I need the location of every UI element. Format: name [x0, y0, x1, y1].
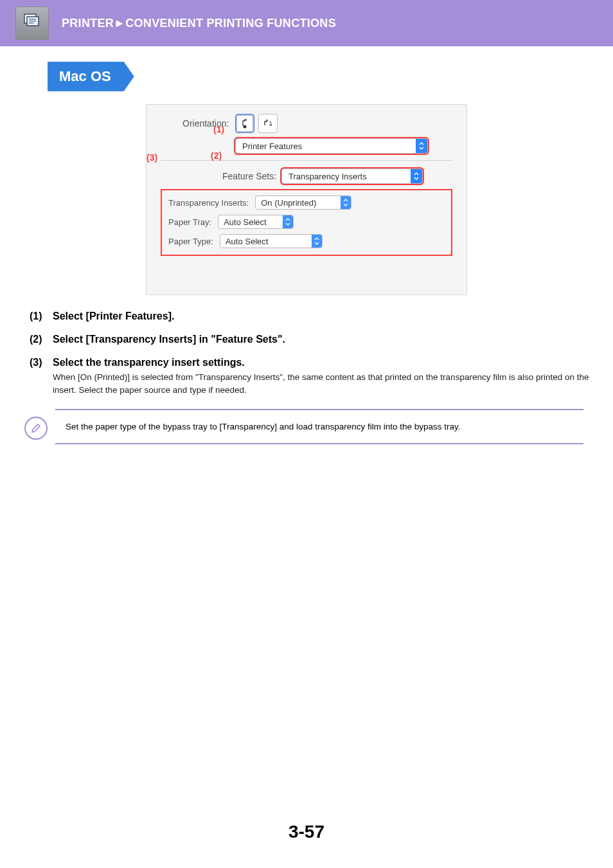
step-description: When [On (Printed)] is selected from "Tr… — [53, 371, 590, 396]
transparency-inserts-select[interactable]: On (Unprinted) — [255, 195, 351, 210]
list-item: (3) Select the transparency insert setti… — [30, 357, 590, 396]
note-text: Set the paper type of the bypass tray to… — [66, 422, 461, 431]
chevron-updown-icon — [283, 215, 293, 228]
step-number: (1) — [30, 311, 53, 325]
breadcrumb-section: PRINTER — [62, 17, 114, 30]
paper-type-select[interactable]: Auto Select — [220, 234, 323, 248]
orientation-label: Orientation: — [182, 118, 229, 129]
main-panel-select[interactable]: Printer Features — [235, 138, 428, 154]
instruction-list: (1) Select [Printer Features]. (2) Selec… — [30, 311, 590, 396]
chevron-updown-icon — [341, 196, 351, 209]
paper-tray-value: Auto Select — [224, 217, 283, 227]
step-number: (2) — [30, 334, 53, 348]
os-heading: Mac OS — [48, 62, 124, 91]
callout-3: (3) — [147, 152, 157, 163]
chevron-updown-icon — [416, 139, 427, 153]
svg-point-6 — [270, 122, 271, 123]
feature-sets-value: Transparency Inserts — [289, 172, 411, 181]
callout-2: (2) — [211, 150, 222, 161]
breadcrumb: PRINTER►CONVENIENT PRINTING FUNCTIONS — [62, 17, 336, 30]
paper-type-value: Auto Select — [226, 237, 312, 246]
orientation-portrait-button[interactable] — [235, 114, 254, 133]
list-item: (2) Select [Transparency Inserts] in "Fe… — [30, 334, 590, 348]
step-title: Select [Transparency Inserts] in "Featur… — [53, 334, 590, 345]
transparency-inserts-value: On (Unprinted) — [261, 198, 341, 208]
svg-point-5 — [244, 125, 247, 129]
main-panel-select-label: Printer Features — [242, 141, 416, 151]
step-title: Select [Printer Features]. — [53, 311, 590, 322]
feature-sets-select[interactable]: Transparency Inserts — [281, 168, 423, 184]
list-item: (1) Select [Printer Features]. — [30, 311, 590, 325]
chevron-updown-icon — [312, 235, 322, 248]
svg-line-7 — [32, 431, 35, 432]
paper-tray-label: Paper Tray: — [168, 217, 211, 227]
divider — [161, 160, 452, 161]
orientation-landscape-button[interactable] — [258, 114, 278, 133]
breadcrumb-sub: CONVENIENT PRINTING FUNCTIONS — [125, 17, 336, 30]
page-number: 3-57 — [0, 822, 613, 842]
breadcrumb-sep: ► — [114, 17, 125, 30]
step-number: (3) — [30, 357, 53, 396]
chevron-updown-icon — [411, 169, 422, 183]
settings-group: Transparency Inserts: On (Unprinted) Pap… — [161, 189, 452, 256]
transparency-inserts-label: Transparency Inserts: — [168, 198, 249, 208]
paper-tray-select[interactable]: Auto Select — [218, 215, 294, 229]
dialog-screenshot: (1) (2) (3) Orientation: Printer Feature… — [146, 104, 467, 295]
printer-icon — [15, 6, 49, 40]
step-title: Select the transparency insert settings. — [53, 357, 590, 368]
pencil-note-icon — [24, 417, 48, 440]
paper-type-label: Paper Type: — [168, 237, 213, 246]
feature-sets-label: Feature Sets: — [222, 171, 276, 181]
page-header: PRINTER►CONVENIENT PRINTING FUNCTIONS — [0, 0, 613, 46]
note-callout: Set the paper type of the bypass tray to… — [55, 409, 583, 444]
